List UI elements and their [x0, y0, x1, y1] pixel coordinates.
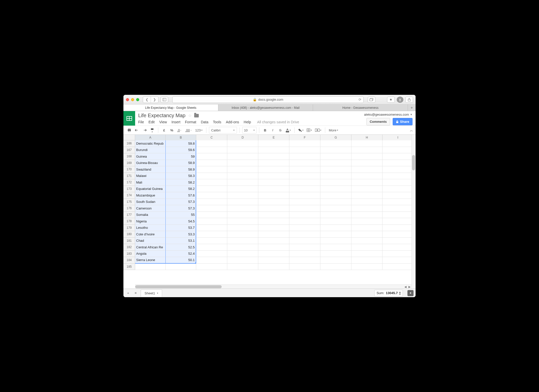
- cell[interactable]: [351, 231, 382, 238]
- cell[interactable]: [227, 264, 258, 270]
- cell[interactable]: [320, 179, 351, 186]
- cell[interactable]: 59: [166, 153, 196, 160]
- cell[interactable]: [196, 179, 227, 186]
- grid-body[interactable]: 166Democratic Repub59.8167Burundi59.6168…: [123, 140, 416, 284]
- cell[interactable]: 58.2: [166, 186, 196, 192]
- cell[interactable]: [320, 251, 351, 257]
- cell[interactable]: [289, 173, 320, 179]
- cell[interactable]: [382, 147, 414, 154]
- cell[interactable]: [196, 173, 227, 179]
- cell[interactable]: [196, 192, 227, 199]
- row-header[interactable]: 166: [123, 140, 135, 147]
- cell[interactable]: [196, 244, 227, 251]
- cell[interactable]: [227, 160, 258, 167]
- cell[interactable]: [166, 264, 196, 270]
- vertical-scrollbar[interactable]: [412, 135, 416, 289]
- close-window-icon[interactable]: [126, 98, 129, 101]
- cell[interactable]: [382, 160, 414, 167]
- cell[interactable]: [227, 205, 258, 212]
- cell[interactable]: [135, 264, 166, 270]
- cell[interactable]: [196, 166, 227, 173]
- cell[interactable]: Burundi: [135, 147, 166, 154]
- cell[interactable]: [258, 166, 289, 173]
- cell[interactable]: [196, 238, 227, 244]
- cell[interactable]: Mozambique: [135, 192, 166, 199]
- cell[interactable]: [227, 186, 258, 192]
- cell[interactable]: [227, 238, 258, 244]
- percent-button[interactable]: %: [168, 127, 175, 133]
- row-header[interactable]: 180: [123, 231, 135, 238]
- col-header-f[interactable]: F: [289, 135, 320, 140]
- cell[interactable]: [258, 218, 289, 225]
- cell[interactable]: [382, 153, 414, 160]
- show-tabs-button[interactable]: [368, 97, 375, 103]
- cell[interactable]: [382, 140, 414, 147]
- cell[interactable]: [289, 225, 320, 231]
- downloads-button[interactable]: [397, 97, 403, 103]
- menu-help[interactable]: Help: [244, 120, 251, 124]
- cell[interactable]: [320, 166, 351, 173]
- cell[interactable]: Somalia: [135, 212, 166, 218]
- cell[interactable]: [258, 225, 289, 231]
- cell[interactable]: Mali: [135, 179, 166, 186]
- cell[interactable]: [289, 264, 320, 270]
- cell[interactable]: Malawi: [135, 173, 166, 179]
- cell[interactable]: [258, 153, 289, 160]
- cell[interactable]: [351, 225, 382, 231]
- col-header-a[interactable]: A: [135, 135, 166, 140]
- cell[interactable]: [227, 212, 258, 218]
- print-icon[interactable]: [126, 127, 133, 133]
- sidebar-button[interactable]: [161, 97, 168, 103]
- cell[interactable]: [289, 238, 320, 244]
- cell[interactable]: 52.5: [166, 244, 196, 251]
- cell[interactable]: [320, 173, 351, 179]
- row-header[interactable]: 175: [123, 199, 135, 205]
- menu-addons[interactable]: Add-ons: [226, 120, 239, 124]
- cell[interactable]: [227, 244, 258, 251]
- cell[interactable]: [382, 225, 414, 231]
- col-header-h[interactable]: H: [351, 135, 382, 140]
- cell[interactable]: [320, 212, 351, 218]
- cell[interactable]: Swaziland: [135, 166, 166, 173]
- cell[interactable]: [320, 231, 351, 238]
- minimize-window-icon[interactable]: [131, 98, 134, 101]
- folder-icon[interactable]: [194, 114, 199, 117]
- cell[interactable]: [289, 244, 320, 251]
- browser-tab[interactable]: Life Expectancy Map - Google Sheets: [123, 104, 218, 111]
- col-header-e[interactable]: E: [258, 135, 289, 140]
- cell[interactable]: Chad: [135, 238, 166, 244]
- cell[interactable]: [320, 238, 351, 244]
- cell[interactable]: [227, 192, 258, 199]
- row-header[interactable]: 171: [123, 173, 135, 179]
- cell[interactable]: [320, 244, 351, 251]
- cell[interactable]: [351, 244, 382, 251]
- comments-button[interactable]: Comments: [366, 118, 390, 125]
- cell[interactable]: [382, 218, 414, 225]
- cell[interactable]: [382, 251, 414, 257]
- more-button[interactable]: More▾: [328, 127, 339, 133]
- col-header-b[interactable]: B: [166, 135, 196, 140]
- star-icon[interactable]: ☆: [188, 113, 192, 118]
- italic-button[interactable]: I: [270, 127, 276, 133]
- cell[interactable]: [289, 218, 320, 225]
- cell[interactable]: [258, 205, 289, 212]
- cell[interactable]: [320, 218, 351, 225]
- cell[interactable]: [289, 192, 320, 199]
- cell[interactable]: [382, 264, 414, 270]
- cell[interactable]: [320, 205, 351, 212]
- explore-button[interactable]: ✦: [407, 290, 414, 296]
- cell[interactable]: [320, 153, 351, 160]
- share-button[interactable]: Share: [393, 118, 413, 125]
- cell[interactable]: [227, 225, 258, 231]
- row-header[interactable]: 177: [123, 212, 135, 218]
- cell[interactable]: [320, 225, 351, 231]
- currency-button[interactable]: £: [161, 127, 167, 133]
- menu-edit[interactable]: Edit: [149, 120, 155, 124]
- cell[interactable]: [258, 251, 289, 257]
- cell[interactable]: Central African Re: [135, 244, 166, 251]
- cell[interactable]: [351, 153, 382, 160]
- cell[interactable]: 57.3: [166, 199, 196, 205]
- cell[interactable]: [289, 166, 320, 173]
- forward-button[interactable]: ❯: [151, 97, 158, 103]
- cell[interactable]: [289, 160, 320, 167]
